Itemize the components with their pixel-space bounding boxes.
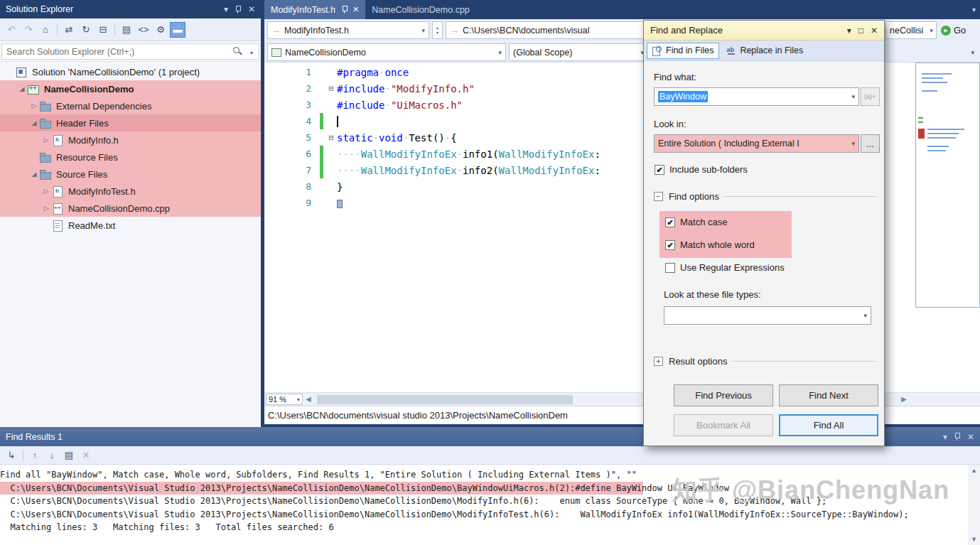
chevron-down-icon[interactable]: ▾ [297,396,300,403]
search-box[interactable]: ▾ [1,43,259,60]
expand-group-icon[interactable]: + [654,357,663,366]
go-button[interactable]: ▶ Go [941,21,966,39]
tree-item-readme-txt[interactable]: ReadMe.txt [0,217,261,234]
result-line[interactable]: Matching lines: 3 Matching files: 3 Tota… [0,521,968,534]
regex-builder-button[interactable]: (a)+ [861,87,880,106]
clear-results-icon[interactable]: ▤ [61,448,77,463]
file-types-combo[interactable]: ▾ [664,306,871,325]
zoom-combo[interactable]: 91 % ▾ [266,394,303,405]
scope-combo[interactable]: (Global Scope) ▾ [509,43,648,61]
pin-icon[interactable] [235,5,242,14]
tree-item-modifyinfo-h[interactable]: ▷hModifyInfo.h [0,131,261,149]
expander-icon[interactable]: ◢ [28,171,40,178]
scroll-down-icon[interactable]: ▼ [971,536,977,543]
tree-item-source-files[interactable]: ◢Source Files [0,166,261,183]
scroll-left-icon[interactable]: ◀ [306,395,311,403]
address-combo-fragment[interactable]: neCollisi ▾ [885,21,937,39]
expander-icon[interactable]: ▷ [41,136,52,144]
tree-item-header-files[interactable]: ◢Header Files [0,114,261,131]
next-result-icon[interactable]: ↓ [44,448,60,463]
results-scrollbar[interactable]: ▲ ▼ [968,465,980,545]
spinner-control[interactable]: ▴▾ [432,21,443,39]
tree-item-label: Source Files [56,169,107,180]
chevron-down-icon[interactable]: ▾ [971,49,974,56]
search-input[interactable] [2,44,259,59]
refresh-icon[interactable]: ↻ [78,22,94,38]
browse-button[interactable]: ... [861,134,880,153]
chevron-down-icon[interactable]: ▾ [849,93,855,100]
solution-explorer-titlebar[interactable]: Solution Explorer ▾ ✕ [0,0,261,18]
chevron-down-icon[interactable]: ▾ [419,27,425,34]
tab-replace-in-files[interactable]: Replace in Files [721,43,808,59]
chevron-down-icon[interactable]: ▾ [250,50,253,56]
previous-result-icon[interactable]: ↑ [27,448,43,463]
minimap-mark [927,129,964,130]
expander-icon[interactable]: ◢ [16,85,28,92]
close-icon[interactable]: ✕ [352,5,359,14]
include-subfolders-checkbox[interactable]: ✔ Include sub-folders [655,164,748,175]
fold-toggle-icon[interactable]: ⊟ [325,133,337,142]
close-icon[interactable]: ✕ [248,4,255,14]
home-icon[interactable]: ⌂ [38,22,53,38]
code-segment: } [337,181,343,193]
window-position-icon[interactable]: ▾ [847,26,851,36]
tree-item-namecollisiondemo-cpp[interactable]: ▷++NameCollisionDemo.cpp [0,200,261,217]
close-icon[interactable]: ✕ [967,432,974,442]
back-icon[interactable]: ↶ [4,22,19,38]
chevron-down-icon[interactable]: ▾ [861,312,867,319]
close-results-icon[interactable]: ✕ [78,448,94,463]
tab-find-in-files[interactable]: Find in Files [647,43,719,59]
collapse-all-icon[interactable]: ⊟ [95,22,111,38]
chevron-down-icon[interactable]: ▾ [849,140,855,147]
close-icon[interactable]: ✕ [871,26,878,36]
window-position-icon[interactable]: ▾ [224,4,228,14]
tree-item-solution-namecollisiondemo-1-project[interactable]: Solution 'NameCollisionDemo' (1 project) [0,63,261,80]
forward-icon[interactable]: ↷ [21,22,36,38]
preview-selected-items-icon[interactable]: ▬ [170,22,185,38]
match-case-checkbox[interactable]: ✔ Match case [665,217,727,227]
pin-icon[interactable] [954,432,961,441]
document-list-icon[interactable]: ▾ [972,6,976,14]
tree-item-namecollisiondemo[interactable]: ◢NameCollisionDemo [0,80,261,97]
tab-namecollisiondemo-cpp[interactable]: NameCollisionDemo.cpp [365,0,476,19]
scroll-up-icon[interactable]: ▲ [971,467,977,474]
scrollbar-thumb[interactable] [317,395,573,404]
code-minimap[interactable] [915,63,980,308]
expander-icon[interactable]: ▷ [41,205,52,212]
match-whole-word-checkbox[interactable]: ✔ Match whole word [665,239,755,250]
scroll-right-icon[interactable]: ▶ [901,395,907,403]
properties-icon[interactable]: ⚙ [153,22,168,38]
tree-item-resource-files[interactable]: Resource Files [0,149,261,166]
tab-modifyinfotest-h[interactable]: ModifyInfoTest.h✕ [264,0,365,19]
pin-icon[interactable] [341,5,348,14]
find-next-button[interactable]: Find Next [779,384,878,406]
go-to-location-icon[interactable]: ↳ [4,448,19,463]
find-what-combo[interactable]: BayWindow ▾ [654,87,859,106]
tree-item-modifyinfotest-h[interactable]: ▷hModifyInfoTest.h [0,183,261,200]
bookmark-all-button[interactable]: Bookmark All [674,414,773,436]
result-line[interactable]: C:\Users\BCN\Documents\Visual Studio 201… [0,508,968,522]
project-combo[interactable]: NameCollisionDemo ▾ [267,43,506,61]
fold-toggle-icon[interactable]: ⊟ [325,84,337,93]
chevron-down-icon[interactable]: ▾ [927,27,933,34]
dialog-titlebar[interactable]: Find and Replace ▾ □ ✕ [644,21,884,41]
expander-icon[interactable]: ◢ [28,119,40,126]
look-in-combo[interactable]: Entire Solution ( Including External I ▾ [654,134,859,153]
tree-item-external-dependencies[interactable]: ▷External Dependencies [0,97,261,114]
collapse-group-icon[interactable]: − [654,192,663,201]
find-previous-button[interactable]: Find Previous [674,384,773,406]
tree-item-label: Solution 'NameCollisionDemo' (1 project) [32,67,200,77]
expander-icon[interactable]: ▷ [41,188,52,195]
use-regex-checkbox[interactable]: Use Regular Expressions [665,262,785,273]
find-all-button[interactable]: Find All [779,414,878,436]
chevron-down-icon[interactable]: ▾ [495,49,502,56]
file-navigation-combo[interactable]: → ModifyInfoTest.h ▾ [267,21,429,39]
find-options-group: − Find options [654,191,876,202]
view-code-icon[interactable]: <> [136,22,151,38]
sync-with-active-document-icon[interactable]: ⇄ [61,22,77,38]
maximize-icon[interactable]: □ [858,26,863,36]
show-all-files-icon[interactable]: ▤ [119,22,134,38]
window-position-icon[interactable]: ▾ [943,432,947,442]
expander-icon[interactable]: ▷ [28,102,40,109]
result-line[interactable]: C:\Users\BCN\Documents\Visual Studio 201… [0,482,643,495]
